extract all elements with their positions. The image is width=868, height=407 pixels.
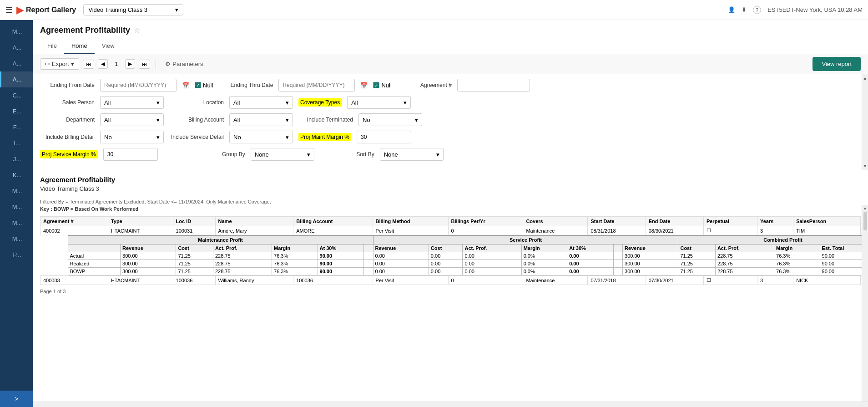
params-scrollbar[interactable]: ▲ ▼ xyxy=(862,74,868,170)
col-perpetual: Perpetual xyxy=(703,217,757,226)
maintenance-profit-header: Maintenance Profit xyxy=(68,236,373,244)
agreement-num-input[interactable] xyxy=(457,79,530,92)
proj-service-margin-input[interactable] xyxy=(103,148,158,161)
sidebar-item-a3[interactable]: A... xyxy=(0,71,33,87)
report-title-row: Agreement Profitability ☆ xyxy=(40,25,861,35)
sidebar-item-k[interactable]: K... xyxy=(0,167,33,183)
sidebar-item-f[interactable]: F... xyxy=(0,119,33,135)
report-header: Agreement Profitability ☆ File Home View xyxy=(33,20,868,54)
include-service-detail-select[interactable]: No ▾ xyxy=(229,131,293,143)
nav-prev-button[interactable]: ◀ xyxy=(98,59,108,69)
parameters-button[interactable]: ⚙ Parameters xyxy=(161,59,207,69)
svc-spacer-3 xyxy=(364,268,373,275)
svc-spacer-2 xyxy=(364,260,373,268)
svc-actual-margin: 0.0% xyxy=(521,252,567,260)
chevron-down-icon: ▾ xyxy=(175,6,178,13)
department-chevron: ▾ xyxy=(156,117,160,123)
cell-covers-2: Maintenance xyxy=(523,276,588,285)
sidebar-item-a2[interactable]: A... xyxy=(0,56,33,71)
right-scroll-up[interactable]: ▲ xyxy=(862,205,868,211)
svc-col-act-prof: Act. Prof. xyxy=(463,244,521,252)
ending-from-date-label: Ending From Date xyxy=(40,82,95,88)
view-report-button[interactable]: View report xyxy=(812,57,861,71)
include-billing-detail-chevron: ▾ xyxy=(156,134,160,141)
ending-from-date-input[interactable] xyxy=(100,79,177,92)
coverage-types-select[interactable]: All ▾ xyxy=(347,96,411,109)
maint-realized-at30: 90.00 xyxy=(318,260,364,268)
page-indicator: Page 1 of 3 xyxy=(40,289,861,294)
sidebar-item-m1[interactable]: M... xyxy=(0,24,33,40)
right-scrollbar[interactable]: ▲ ▼ xyxy=(862,205,868,402)
ending-thru-date-input[interactable] xyxy=(278,79,355,92)
maint-bowp-at30: 90.00 xyxy=(318,268,364,275)
hamburger-menu[interactable]: ☰ xyxy=(5,5,13,15)
sales-person-select[interactable]: All ▾ xyxy=(100,96,164,109)
scroll-down-arrow[interactable]: ▼ xyxy=(862,162,868,170)
sidebar-item-m5[interactable]: M... xyxy=(0,231,33,247)
help-icon[interactable]: ? xyxy=(753,6,761,14)
favorite-star-icon[interactable]: ☆ xyxy=(134,26,140,35)
include-billing-detail-select[interactable]: No ▾ xyxy=(100,131,164,143)
include-terminated-select[interactable]: No ▾ xyxy=(358,113,422,126)
nav-last-button[interactable]: ⏭ xyxy=(139,60,150,69)
null-checkbox-1[interactable]: ✓ xyxy=(195,82,201,88)
nav-first-button[interactable]: ⏮ xyxy=(83,60,94,69)
svc-col-revenue: Revenue xyxy=(373,244,429,252)
maint-realized-margin: 76.3% xyxy=(272,260,318,268)
tab-home[interactable]: Home xyxy=(64,39,95,54)
profit-section-headers: Maintenance Profit Service Profit Combin… xyxy=(68,236,868,244)
col-locid: Loc ID xyxy=(173,217,215,226)
col-covers: Covers xyxy=(523,217,588,226)
department-select[interactable]: All ▾ xyxy=(100,113,164,126)
sidebar-item-i[interactable]: I... xyxy=(0,135,33,151)
maint-actual-act-prof: 228.75 xyxy=(213,252,272,260)
proj-maint-margin-input[interactable] xyxy=(357,131,411,143)
calendar-icon-2[interactable]: 📅 xyxy=(360,82,368,89)
sidebar-item-m4[interactable]: M... xyxy=(0,215,33,231)
null-checkbox-2[interactable]: ✓ xyxy=(373,82,379,88)
sidebar-item-m3[interactable]: M... xyxy=(0,199,33,215)
null-check-2: ✓ Null xyxy=(373,82,391,89)
col-billings-per-yr: Billings Per/Yr xyxy=(448,217,523,226)
cell-years: 3 xyxy=(757,226,793,235)
sort-by-select[interactable]: None ▾ xyxy=(380,148,444,161)
comb-bowp-margin: 76.3% xyxy=(774,268,820,275)
bottom-scrollbar[interactable] xyxy=(33,402,868,407)
cell-billing-method-2: Per Visit xyxy=(373,276,448,285)
calendar-icon-1[interactable]: 📅 xyxy=(182,82,189,89)
nav-next-button[interactable]: ▶ xyxy=(125,59,135,69)
billing-account-select[interactable]: All ▾ xyxy=(229,113,293,126)
cell-salesperson-2: NICK xyxy=(793,276,861,285)
right-scroll-thumb[interactable] xyxy=(863,212,867,230)
maint-actual-cost: 71.25 xyxy=(176,252,213,260)
comb-spacer-5 xyxy=(614,268,623,275)
user-icon[interactable]: 👤 xyxy=(728,6,735,13)
department-value: All xyxy=(104,117,111,123)
maint-col-margin: Margin xyxy=(272,244,318,252)
tab-view[interactable]: View xyxy=(95,39,122,54)
sidebar-item-c[interactable]: C... xyxy=(0,87,33,103)
sidebar-item-m2[interactable]: M... xyxy=(0,183,33,199)
report-title: Agreement Profitability xyxy=(40,25,130,35)
report-dropdown[interactable]: Video Training Class 3 ▾ xyxy=(83,4,183,15)
tab-file[interactable]: File xyxy=(40,39,64,54)
sidebar-item-a1[interactable]: A... xyxy=(0,40,33,56)
export-button[interactable]: ↦ Export ▾ xyxy=(40,58,79,70)
download-icon[interactable]: ⬇ xyxy=(742,6,747,13)
scroll-up-arrow[interactable]: ▲ xyxy=(862,74,868,82)
report-dropdown-label: Video Training Class 3 xyxy=(88,6,147,13)
sidebar-item-p[interactable]: P... xyxy=(0,247,33,263)
include-service-detail-chevron: ▾ xyxy=(286,134,289,141)
sidebar-item-e[interactable]: E... xyxy=(0,103,33,119)
maint-col-revenue: Revenue xyxy=(121,244,176,252)
group-by-select[interactable]: None ▾ xyxy=(251,148,314,161)
sidebar-expand-button[interactable]: > xyxy=(0,391,33,407)
svc-realized-cost: 0.00 xyxy=(429,260,463,268)
report-filter-text: Filtered By = Terminated Agreements Excl… xyxy=(40,199,861,204)
comb-bowp-act-prof: 228.75 xyxy=(715,268,774,275)
maint-bowp-revenue: 300.00 xyxy=(121,268,176,275)
sidebar-item-j[interactable]: J... xyxy=(0,151,33,167)
comb-col-est-total: Est. Total xyxy=(820,244,868,252)
comb-col-cost: Cost xyxy=(678,244,715,252)
location-select[interactable]: All ▾ xyxy=(229,96,293,109)
